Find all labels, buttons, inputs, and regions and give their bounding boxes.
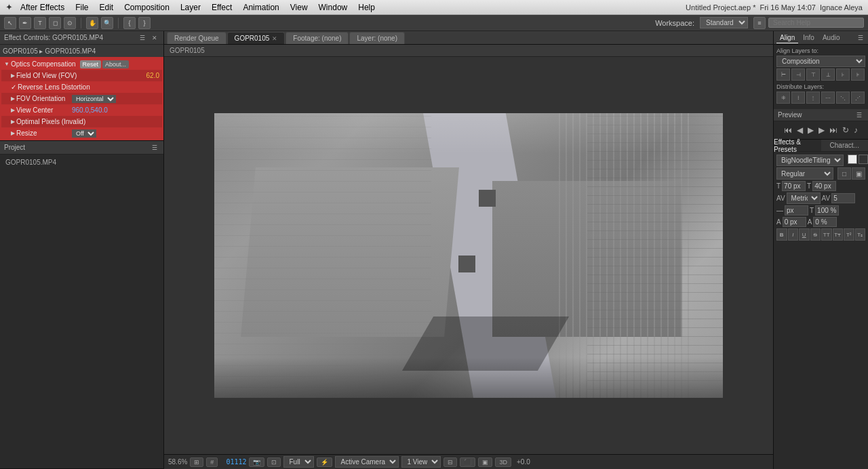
menu-aftereffects[interactable]: After Effects [16,1,69,14]
fov-triangle[interactable]: ▶ [11,73,15,79]
toolbar-text-tool[interactable]: T [34,17,46,29]
resize-dropdown[interactable]: Off [72,129,96,138]
menu-animation[interactable]: Animation [238,1,283,14]
tab-comp-gopr0105[interactable]: GOPR0105 ✕ [227,32,285,44]
comp-tab-close[interactable]: ✕ [272,35,277,42]
align-left-btn[interactable]: ⊢ [776,68,790,81]
align-right-btn[interactable]: ⊤ [806,68,820,81]
viewer-show-snapshot-btn[interactable]: ⊡ [267,457,281,467]
menu-layer[interactable]: Layer [176,1,205,14]
align-hcenter-btn[interactable]: ⊣ [791,68,805,81]
stroke-color-box[interactable] [859,155,868,164]
toolbar-pen-tool[interactable]: ✒ [19,17,31,29]
ep-tab-character[interactable]: Charact... [821,140,869,152]
toolbar-hand-tool[interactable]: ✋ [86,17,98,29]
composition-viewer[interactable] [164,57,773,454]
viewer-region-btn[interactable]: ▣ [478,457,492,467]
underline-btn[interactable]: U [799,228,810,241]
workspace-manage-btn[interactable]: ≡ [753,17,766,29]
effect-controls-menu-btn[interactable]: ☰ [138,34,147,42]
timecode-display[interactable]: 01112 [226,458,246,466]
toolbar-shape-tool[interactable]: ◻ [49,17,61,29]
preview-last-btn[interactable]: ⏭ [828,124,839,136]
indent-input1[interactable] [785,205,808,216]
tab-layer[interactable]: Layer: (none) [349,32,404,44]
project-item-gopr0105[interactable]: GOPR0105.MP4 [3,157,161,167]
rld-checkbox[interactable]: ✓ [11,83,16,91]
toolbar-zoom-tool[interactable]: 🔍 [101,17,113,29]
stroke-btn1[interactable]: □ [837,167,851,180]
tab-footage[interactable]: Footage: (none) [285,32,349,44]
stroke-btn2[interactable]: ▣ [852,167,865,180]
toolbar-set-in[interactable]: { [123,17,136,29]
tab-render-queue[interactable]: Render Queue [167,32,226,44]
menu-help[interactable]: Help [353,1,380,14]
zoom-display[interactable]: 58.6% [168,458,187,466]
preview-loop-btn[interactable]: ↻ [841,124,850,136]
toolbar-select-tool[interactable]: ↖ [4,17,16,29]
smallcaps-btn[interactable]: Tᴛ [833,228,844,241]
allcaps-btn[interactable]: TT [821,228,832,241]
preview-next-btn[interactable]: ▶ [817,124,826,136]
strikethrough-btn[interactable]: S [810,228,821,241]
preview-audio-btn[interactable]: ♪ [852,124,859,136]
viewer-safe-zones-btn[interactable]: ⊞ [190,457,203,467]
preview-menu-btn[interactable]: ☰ [854,111,864,119]
distrib-left-btn[interactable]: ⁜ [776,91,790,104]
font-style-dropdown[interactable]: Regular [776,167,833,180]
font-name-dropdown[interactable]: BigNoodleTitling [776,155,844,166]
fov-orient-dropdown[interactable]: Horizontal [72,95,116,103]
italic-btn[interactable]: I [788,228,799,241]
viewer-fast-preview-btn[interactable]: ⚡ [317,457,332,467]
menu-effect[interactable]: Effect [207,1,237,14]
distrib-bottom-btn[interactable]: ⋰ [851,91,865,104]
font-size-input[interactable] [782,181,806,191]
viewer-pixel-aspect-btn[interactable]: ⊟ [443,457,457,467]
super-btn[interactable]: T² [844,228,854,241]
align-vcenter-btn[interactable]: ⊦ [836,68,850,81]
indent-input2[interactable] [815,205,839,216]
distrib-top-btn[interactable]: ⋯ [821,91,835,104]
menu-window[interactable]: Window [314,1,353,14]
project-panel-menu-btn[interactable]: ☰ [150,144,159,152]
workspace-dropdown[interactable]: Standard [700,17,748,28]
indent-input4[interactable] [813,217,837,227]
leading-input[interactable] [812,181,836,191]
tsb-input[interactable] [831,193,855,203]
menu-edit[interactable]: Edit [94,1,118,14]
viewer-snapshot-btn[interactable]: 📷 [249,457,264,467]
vc-value[interactable]: 960.0,540.0 [72,106,108,114]
menu-file[interactable]: File [71,1,93,14]
effect-triangle[interactable]: ▼ [4,61,9,67]
right-tab-audio[interactable]: Audio [819,33,844,43]
vc-triangle[interactable]: ▶ [11,107,15,113]
preview-first-btn[interactable]: ⏮ [783,124,793,136]
viewer-grid-btn[interactable]: # [206,457,218,467]
align-bottom-btn[interactable]: ⊧ [851,68,865,81]
effect-reset-btn[interactable]: Reset [80,60,102,68]
quality-dropdown[interactable]: Full [283,456,314,468]
toolbar-set-out[interactable]: } [138,17,151,29]
distrib-vcenter-btn[interactable]: ⋱ [836,91,850,104]
preview-prev-btn[interactable]: ◀ [795,124,804,136]
effect-controls-close-btn[interactable]: ✕ [150,34,159,42]
preview-play-btn[interactable]: ▶ [806,124,815,136]
sub-btn[interactable]: T₂ [855,228,866,241]
distrib-hcenter-btn[interactable]: ⁞ [791,91,805,104]
right-tab-align[interactable]: Align [776,33,798,43]
bold-btn[interactable]: B [776,228,787,241]
indent-input3[interactable] [783,217,806,227]
fov-value[interactable]: 62.0 [146,72,159,79]
align-top-btn[interactable]: ⊥ [821,68,835,81]
right-panel-menu-btn[interactable]: ☰ [856,34,865,42]
effect-about-btn[interactable]: About... [102,60,129,68]
distrib-right-btn[interactable]: ⋮ [806,91,820,104]
toolbar-camera-tool[interactable]: ⊙ [64,17,76,29]
views-dropdown[interactable]: 1 View [401,456,441,468]
right-tab-info[interactable]: Info [800,33,818,43]
camera-dropdown[interactable]: Active Camera [335,456,399,468]
menu-view[interactable]: View [285,1,313,14]
fill-color-box[interactable] [848,155,857,164]
viewer-3d-btn[interactable]: 3D [495,457,511,467]
viewer-transparency-btn[interactable]: ⬛ [460,457,475,467]
